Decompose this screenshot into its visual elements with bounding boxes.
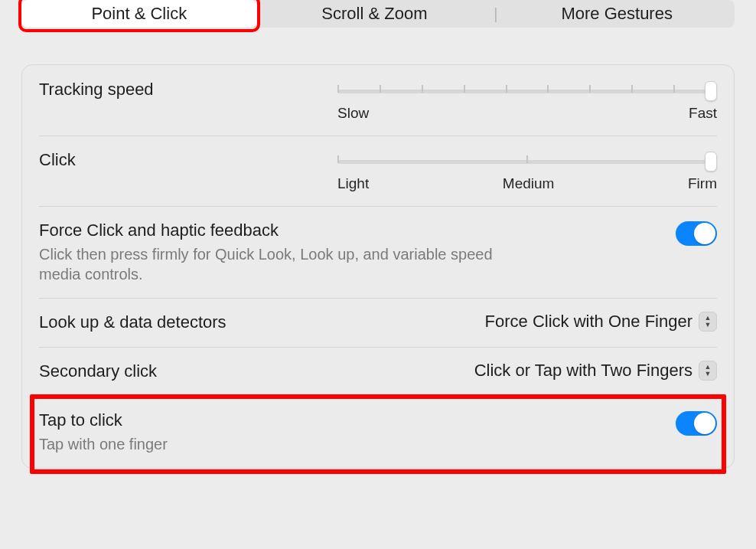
row-tap-to-click: Tap to click Tap with one finger — [22, 396, 734, 468]
slider-max-label: Firm — [688, 175, 717, 192]
secondary-click-select[interactable]: Click or Tap with Two Fingers ▲▼ — [474, 361, 717, 381]
row-click: Click Light Medium Firm — [22, 136, 734, 206]
toggle-knob — [694, 413, 715, 434]
tab-more-gestures[interactable]: More Gestures — [499, 0, 735, 28]
row-force-click: Force Click and haptic feedback Click th… — [22, 206, 734, 298]
toggle-knob — [694, 223, 715, 244]
tab-separator: | — [492, 0, 499, 28]
settings-panel: Tracking speed Slow Fast Click — [21, 64, 735, 469]
tab-scroll-and-zoom[interactable]: Scroll & Zoom — [257, 0, 493, 28]
slider-knob[interactable] — [705, 81, 717, 101]
tap-to-click-label: Tap to click — [39, 410, 663, 431]
click-label: Click — [39, 149, 325, 171]
lookup-value: Force Click with One Finger — [485, 312, 692, 332]
slider-min-label: Slow — [337, 105, 369, 122]
tab-label: More Gestures — [561, 4, 673, 24]
updown-icon: ▲▼ — [699, 361, 717, 381]
tab-label: Point & Click — [91, 4, 187, 24]
row-secondary-click: Secondary click Click or Tap with Two Fi… — [22, 347, 734, 396]
force-click-desc: Click then press firmly for Quick Look, … — [39, 244, 529, 284]
tracking-speed-slider[interactable] — [337, 82, 717, 100]
force-click-toggle[interactable] — [676, 221, 717, 246]
slider-max-label: Fast — [689, 105, 717, 122]
tab-label: Scroll & Zoom — [321, 4, 427, 24]
slider-min-label: Light — [337, 175, 369, 192]
click-slider[interactable] — [337, 152, 717, 171]
row-lookup: Look up & data detectors Force Click wit… — [22, 298, 734, 347]
tap-to-click-toggle[interactable] — [676, 411, 717, 436]
tracking-speed-label: Tracking speed — [39, 79, 325, 100]
tap-to-click-desc: Tap with one finger — [39, 434, 529, 454]
secondary-click-value: Click or Tap with Two Fingers — [474, 361, 692, 381]
lookup-select[interactable]: Force Click with One Finger ▲▼ — [485, 312, 717, 332]
slider-mid-label: Medium — [503, 175, 555, 192]
force-click-label: Force Click and haptic feedback — [39, 220, 663, 241]
slider-ticks — [337, 155, 717, 163]
secondary-click-label: Secondary click — [39, 361, 325, 382]
row-tracking-speed: Tracking speed Slow Fast — [22, 65, 734, 136]
slider-ticks — [337, 85, 717, 93]
tab-point-and-click[interactable]: Point & Click — [21, 0, 257, 28]
lookup-label: Look up & data detectors — [39, 312, 325, 333]
updown-icon: ▲▼ — [699, 312, 717, 332]
slider-knob[interactable] — [705, 152, 717, 172]
tab-bar: Point & Click Scroll & Zoom | More Gestu… — [21, 0, 735, 28]
